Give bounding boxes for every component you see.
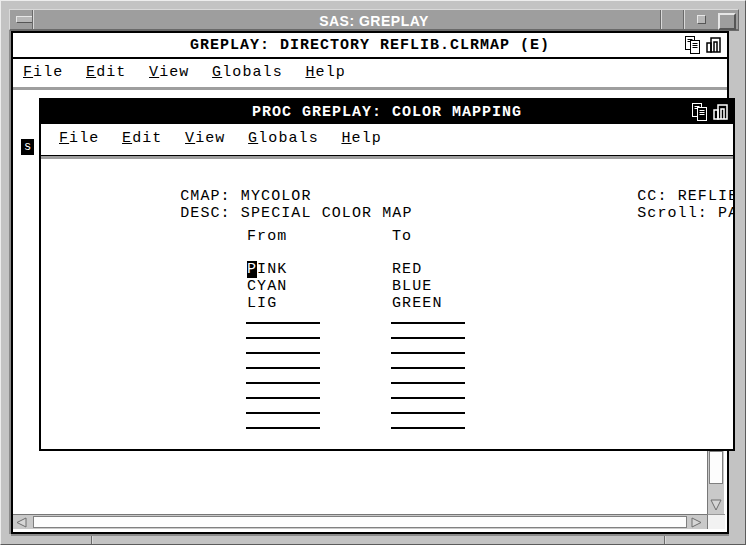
inner-window-title: PROC GREPLAY: COLOR MAPPING: [41, 104, 733, 121]
maximize-button[interactable]: [714, 11, 737, 29]
copy-icon[interactable]: [684, 35, 701, 60]
menu-edit[interactable]: Edit: [122, 124, 162, 154]
from-header: From: [247, 228, 287, 245]
directory-header: GREPLAY: DIRECTORY REFLIB.CLRMAP (E): [13, 33, 727, 59]
windows-icon[interactable]: [704, 35, 722, 60]
menu-globals[interactable]: Globals: [248, 124, 319, 154]
sas-greplay-window: SAS: GREPLAY GREPLAY: DIRECTORY REFLIB.C…: [0, 0, 746, 545]
blank-to-field[interactable]: [391, 371, 465, 384]
inner-titlebar[interactable]: PROC GREPLAY: COLOR MAPPING: [41, 100, 733, 124]
blank-to-field[interactable]: [391, 386, 465, 399]
menu-help[interactable]: Help: [305, 59, 345, 87]
scroll-right-icon[interactable]: [687, 515, 707, 529]
scroll-label: Scroll:: [637, 205, 708, 222]
windows-icon[interactable]: [711, 102, 729, 127]
inner-menubar: File Edit View Globals Help: [41, 124, 733, 156]
menu-globals[interactable]: Globals: [212, 59, 283, 87]
desc-line: DESC: SPECIAL COLOR MAP: [59, 188, 413, 239]
scroll-value[interactable]: PAGE: [718, 205, 735, 222]
menu-help[interactable]: Help: [341, 124, 381, 154]
desc-value[interactable]: SPECIAL COLOR MAP: [241, 205, 413, 222]
color-mapping-content: CMAP: MYCOLOR DESC: SPECIAL COLOR MAP CC…: [41, 159, 733, 450]
blank-from-field[interactable]: [246, 371, 320, 384]
blank-from-field[interactable]: [246, 356, 320, 369]
blank-to-field[interactable]: [391, 311, 465, 324]
blank-to-field[interactable]: [391, 416, 465, 429]
color-mapping-window: PROC GREPLAY: COLOR MAPPING: [39, 98, 735, 451]
blank-from-field[interactable]: [246, 416, 320, 429]
side-marker-s: s: [21, 139, 34, 155]
window-menu-button[interactable]: [697, 15, 706, 24]
window-titlebar[interactable]: SAS: GREPLAY: [9, 9, 739, 31]
blank-to-field[interactable]: [391, 326, 465, 339]
vertical-scrollbar[interactable]: [707, 451, 724, 514]
blank-from-field[interactable]: [246, 311, 320, 324]
from-blank-fields: [246, 309, 326, 429]
vertical-scrollbar-thumb[interactable]: [709, 451, 723, 484]
horizontal-scrollbar-thumb[interactable]: [33, 516, 687, 528]
scrollbar-corner: [707, 514, 725, 529]
menu-view[interactable]: View: [149, 59, 189, 87]
menu-file[interactable]: File: [23, 59, 63, 87]
to-cell[interactable]: BLUE: [392, 278, 432, 295]
window-title: SAS: GREPLAY: [10, 13, 738, 29]
desc-label: DESC:: [180, 205, 231, 222]
blank-from-field[interactable]: [246, 386, 320, 399]
blank-to-field[interactable]: [391, 401, 465, 414]
blank-to-field[interactable]: [391, 341, 465, 354]
from-cell[interactable]: CYAN: [247, 278, 287, 295]
blank-from-field[interactable]: [246, 401, 320, 414]
blank-from-field[interactable]: [246, 341, 320, 354]
scroll-down-icon[interactable]: [708, 496, 724, 514]
horizontal-scrollbar[interactable]: [13, 514, 707, 529]
blank-from-field[interactable]: [246, 326, 320, 339]
copy-icon[interactable]: [691, 102, 708, 127]
directory-title: GREPLAY: DIRECTORY REFLIB.CLRMAP (E): [13, 37, 727, 54]
outer-menubar: File Edit View Globals Help: [13, 59, 727, 90]
to-blank-fields: [391, 309, 471, 429]
to-header: To: [392, 228, 412, 245]
from-cell[interactable]: PINK: [247, 261, 287, 278]
menu-file[interactable]: File: [59, 124, 99, 154]
outer-canvas: s PROC GREPLAY: COLOR MAPPING: [13, 90, 725, 529]
menu-edit[interactable]: Edit: [86, 59, 126, 87]
text-cursor[interactable]: P: [247, 261, 257, 278]
scroll-left-icon[interactable]: [13, 515, 33, 529]
to-cell[interactable]: RED: [392, 261, 422, 278]
blank-to-field[interactable]: [391, 356, 465, 369]
menu-view[interactable]: View: [185, 124, 225, 154]
outer-window-content: GREPLAY: DIRECTORY REFLIB.CLRMAP (E): [11, 31, 729, 534]
scroll-line: Scroll: PAGE: [516, 188, 735, 239]
